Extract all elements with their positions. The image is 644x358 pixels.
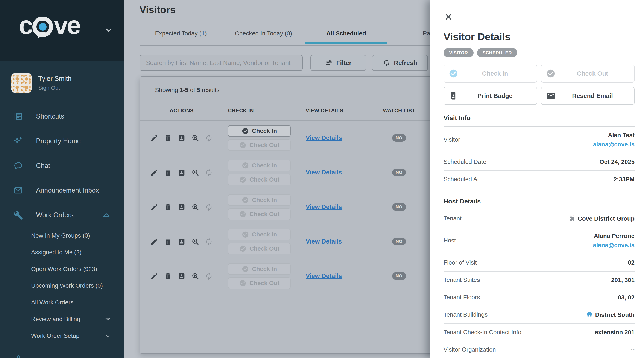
sidebar-item-property-home[interactable]: Property Home: [0, 129, 124, 153]
visitor-details-panel: Visitor Details VISITORSCHEDULED Check I…: [430, 0, 644, 358]
sidebar-header: c ve: [0, 0, 124, 61]
contact-card-icon[interactable]: [178, 169, 186, 177]
check-in-button[interactable]: Check In: [228, 263, 291, 275]
pencil-icon[interactable]: [150, 203, 158, 211]
trash-icon[interactable]: [164, 134, 172, 142]
search-input[interactable]: [140, 55, 303, 71]
sidebar-subitem-upcoming-work-orders-0[interactable]: Upcoming Work Orders (0): [0, 277, 124, 294]
check-circle-icon: [242, 265, 249, 273]
sidebar-item-chat[interactable]: Chat: [0, 153, 124, 178]
search-plus-icon[interactable]: [191, 169, 200, 177]
print-badge-button[interactable]: Print Badge: [444, 87, 537, 105]
tab-all-scheduled[interactable]: All Scheduled: [305, 30, 388, 44]
check-circle-icon: [239, 142, 246, 149]
toolbar: Filter Refresh: [140, 55, 428, 71]
check-out-button[interactable]: Check Out: [228, 243, 291, 254]
email-link[interactable]: alana@cove.is: [593, 140, 634, 149]
view-details-cell: View Details: [306, 169, 366, 176]
view-details-link[interactable]: View Details: [306, 134, 342, 141]
tab-checked-in-today-0[interactable]: Checked In Today (0): [222, 30, 305, 44]
check-out-button[interactable]: Check Out: [541, 64, 634, 83]
check-circle-icon: [239, 245, 246, 252]
check-out-button[interactable]: Check Out: [228, 139, 291, 151]
view-details-link[interactable]: View Details: [306, 238, 342, 245]
detail-row-tenant-suites: Tenant Suites 201, 301: [444, 272, 634, 289]
check-in-button[interactable]: Check In: [444, 64, 537, 83]
detail-label: Tenant Buildings: [444, 311, 488, 318]
check-out-button[interactable]: Check Out: [228, 174, 291, 185]
refresh-icon[interactable]: [205, 272, 213, 280]
search-plus-icon[interactable]: [191, 134, 200, 142]
sidebar: c ve Tyler Smith Sign Out ShortcutsPrope…: [0, 0, 124, 358]
trash-icon[interactable]: [164, 272, 172, 280]
sidebar-subitem-new-in-my-groups-0[interactable]: New In My Groups (0): [0, 227, 124, 244]
view-details-link[interactable]: View Details: [306, 203, 342, 210]
detail-value-text: --: [630, 345, 634, 354]
trash-icon[interactable]: [164, 203, 172, 211]
check-in-cell: Check In Check Out: [228, 125, 291, 151]
check-circle-icon: [242, 162, 249, 169]
sidebar-subitem-label: Review and Billing: [31, 316, 80, 323]
envelope-fill-icon: [546, 91, 556, 101]
logo-pin-icon: [32, 16, 53, 37]
detail-label: Host: [444, 237, 456, 244]
wrench-icon: [13, 210, 23, 220]
chevron-down-icon[interactable]: [104, 25, 113, 35]
check-out-label: Check Out: [250, 211, 280, 218]
detail-label: Scheduled At: [444, 176, 479, 183]
envelope-icon: [13, 185, 23, 195]
contact-card-icon[interactable]: [178, 272, 186, 280]
email-link[interactable]: alana@cove.is: [593, 241, 634, 249]
sidebar-subitem-work-order-setup[interactable]: Work Order Setup: [0, 328, 124, 344]
search-plus-icon[interactable]: [191, 272, 200, 280]
filter-button[interactable]: Filter: [310, 55, 366, 71]
check-out-label: Check Out: [250, 142, 280, 149]
search-plus-icon[interactable]: [191, 237, 200, 246]
sidebar-subitem-assigned-to-me-2[interactable]: Assigned to Me (2): [0, 244, 124, 261]
contact-card-icon[interactable]: [178, 203, 186, 211]
refresh-icon[interactable]: [205, 134, 213, 142]
sidebar-item-announcement-inbox[interactable]: Announcement Inbox: [0, 178, 124, 202]
pencil-icon[interactable]: [150, 237, 158, 246]
sidebar-item-shortcuts[interactable]: Shortcuts: [0, 104, 124, 129]
print-badge-label: Print Badge: [458, 92, 532, 99]
contact-card-icon[interactable]: [178, 134, 186, 142]
refresh-icon[interactable]: [205, 203, 213, 211]
refresh-icon[interactable]: [205, 237, 213, 246]
pencil-icon[interactable]: [150, 272, 158, 280]
pencil-icon[interactable]: [150, 169, 158, 177]
avatar[interactable]: [11, 73, 32, 93]
trash-icon[interactable]: [164, 237, 172, 246]
pencil-icon[interactable]: [150, 134, 158, 142]
check-in-button[interactable]: Check In: [228, 160, 291, 171]
refresh-icon[interactable]: [205, 169, 213, 177]
check-in-button[interactable]: Check In: [228, 125, 291, 137]
detail-row-tenant-floors: Tenant Floors 03, 02: [444, 289, 634, 306]
view-details-link[interactable]: View Details: [306, 272, 342, 279]
view-details-link[interactable]: View Details: [306, 169, 342, 176]
sidebar-subitem-review-and-billing[interactable]: Review and Billing: [0, 311, 124, 328]
app-root: c ve Tyler Smith Sign Out ShortcutsPrope…: [0, 0, 644, 358]
sidebar-subitem-all-work-orders[interactable]: All Work Orders: [0, 294, 124, 311]
tab-expected-today-1[interactable]: Expected Today (1): [140, 30, 222, 44]
sidebar-item-work-orders[interactable]: Work Orders: [0, 202, 124, 227]
actions-cell: [150, 203, 213, 211]
check-in-button[interactable]: Check In: [228, 194, 291, 206]
detail-value: --: [630, 345, 634, 354]
search-plus-icon[interactable]: [191, 203, 200, 211]
trash-icon[interactable]: [164, 169, 172, 177]
resend-email-button[interactable]: Resend Email: [541, 87, 634, 105]
user-name: Tyler Smith: [38, 75, 72, 83]
sidebar-subitem-open-work-orders-923[interactable]: Open Work Orders (923): [0, 261, 124, 277]
check-circle-icon: [239, 210, 246, 218]
check-in-button[interactable]: Check In: [228, 229, 291, 240]
close-icon[interactable]: [444, 12, 454, 22]
check-out-button[interactable]: Check Out: [228, 277, 291, 289]
partial-nav-icon: [13, 353, 24, 358]
detail-value-text: District South: [595, 311, 634, 319]
check-out-button[interactable]: Check Out: [228, 208, 291, 220]
sign-out-link[interactable]: Sign Out: [38, 85, 72, 91]
contact-card-icon[interactable]: [178, 237, 186, 246]
detail-row-scheduled-at: Scheduled At 2:33PM: [444, 171, 634, 188]
refresh-button[interactable]: Refresh: [372, 55, 428, 71]
